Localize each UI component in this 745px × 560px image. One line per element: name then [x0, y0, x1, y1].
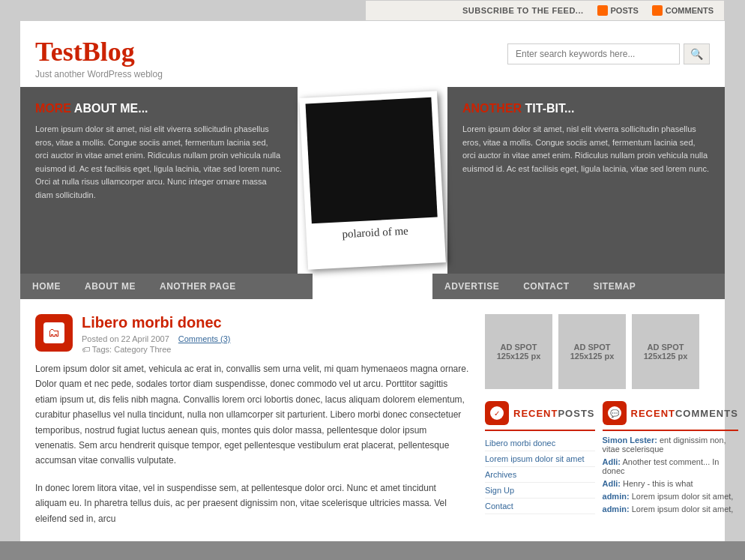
recent-comments-title: RECENTCOMMENTS	[631, 408, 738, 419]
subscribe-label: SUBSCRIBE TO THE FEED...	[462, 6, 584, 15]
hero-right-title: ANOTHER TIT-BIT...	[462, 102, 710, 115]
posts-feed-item[interactable]: POSTS	[597, 5, 639, 16]
rss-posts-icon	[597, 5, 608, 16]
nav-item-home[interactable]: HOME	[20, 274, 73, 299]
nav-item-advertise[interactable]: ADVERTISE	[432, 274, 511, 299]
site-title: TestBlog	[35, 36, 163, 67]
nav-spacer	[313, 274, 432, 299]
ad-spots-container: AD SPOT125x125 px AD SPOT125x125 px AD S…	[485, 314, 710, 389]
sidebar: AD SPOT125x125 px AD SPOT125x125 px AD S…	[485, 314, 710, 526]
nav-item-sitemap[interactable]: SITEMAP	[581, 274, 648, 299]
list-item[interactable]: Lorem ipsum dolor sit amet	[485, 451, 595, 467]
polaroid-image	[306, 97, 438, 224]
polaroid-frame: polaroid of me	[299, 91, 446, 269]
hero-center-panel: polaroid of me	[298, 87, 447, 274]
hero-left-text: Lorem ipsum dolor sit amet, nisl elit vi…	[35, 123, 283, 202]
recent-posts-widget: ✓ RECENTPOSTS Libero morbi donec Lorem i…	[485, 401, 595, 517]
list-item[interactable]: Archives	[485, 467, 595, 483]
comment-entry: admin: Lorem ipsum dolor sit amet,	[603, 492, 738, 501]
search-input[interactable]	[507, 43, 680, 64]
comment-author: admin:	[603, 492, 630, 501]
recent-posts-title: RECENTPOSTS	[513, 408, 595, 419]
list-item[interactable]: Contact	[485, 499, 595, 514]
nav-item-contact[interactable]: CONTACT	[511, 274, 581, 299]
post-text-2: In donec lorem litora vitae, vel in susp…	[35, 481, 470, 526]
nav-right: ADVERTISE CONTACT SITEMAP	[432, 274, 725, 299]
hero-left-title: MORE ABOUT ME...	[35, 102, 283, 115]
comment-text: Lorem ipsum dolor sit amet,	[632, 492, 734, 501]
comment-author: admin:	[603, 505, 630, 514]
post-text-1: Lorem ipsum dolor sit amet, vehicula ac …	[35, 361, 470, 469]
comment-entry: Adli: Another test comment... In donec	[603, 457, 738, 475]
comment-author: Simon Lester:	[603, 436, 657, 445]
recent-posts-list: Libero morbi donec Lorem ipsum dolor sit…	[485, 436, 595, 514]
hero-right-panel: ANOTHER TIT-BIT... Lorem ipsum dolor sit…	[447, 87, 725, 274]
recent-posts-icon: ✓	[485, 401, 509, 425]
recent-comments-icon: 💬	[603, 401, 627, 425]
comment-text: Lorem ipsum dolor sit amet,	[632, 505, 734, 514]
post-tags: Tags: Category Three	[92, 345, 172, 354]
polaroid-caption: polaroid of me	[312, 223, 438, 243]
site-description: Just another WordPress weblog	[35, 69, 163, 79]
post-tags-icon: 🏷	[82, 345, 90, 354]
comment-entry: Adli: Henry - this is what	[603, 479, 738, 488]
ad-spot-3[interactable]: AD SPOT125x125 px	[632, 314, 699, 389]
comment-author: Adli:	[603, 479, 621, 488]
comment-text: Henry - this is what	[623, 479, 693, 488]
list-item[interactable]: Sign Up	[485, 483, 595, 499]
post-date: Posted on 22 April 2007	[82, 334, 169, 343]
post-comments-link[interactable]: Comments (3)	[178, 334, 231, 343]
ad-spot-1[interactable]: AD SPOT125x125 px	[485, 314, 552, 389]
rss-comments-icon	[652, 5, 663, 16]
search-button[interactable]: 🔍	[684, 43, 710, 64]
post-title: Libero morbi donec	[82, 314, 231, 331]
comment-entry: admin: Lorem ipsum dolor sit amet,	[603, 505, 738, 514]
recent-comments-widget: 💬 RECENTCOMMENTS Simon Lester: ent digni…	[603, 401, 738, 517]
comment-author: Adli:	[603, 457, 621, 466]
hero-left-panel: MORE ABOUT ME... Lorem ipsum dolor sit a…	[20, 87, 298, 274]
nav-item-another-page[interactable]: ANOTHER PAGE	[148, 274, 248, 299]
comment-entry: Simon Lester: ent dignissim non, vitae s…	[603, 436, 738, 454]
main-content: 🗂 Libero morbi donec Posted on 22 April …	[35, 314, 470, 526]
comments-feed-item[interactable]: COMMENTS	[652, 5, 714, 16]
nav-item-about-me[interactable]: ABOUT ME	[73, 274, 148, 299]
hero-right-text: Lorem ipsum dolor sit amet, nisl elit vi…	[462, 123, 710, 175]
nav-left: HOME ABOUT ME ANOTHER PAGE	[20, 274, 313, 299]
post-icon: 🗂	[35, 314, 73, 352]
ad-spot-2[interactable]: AD SPOT125x125 px	[558, 314, 626, 389]
list-item[interactable]: Libero morbi donec	[485, 436, 595, 451]
